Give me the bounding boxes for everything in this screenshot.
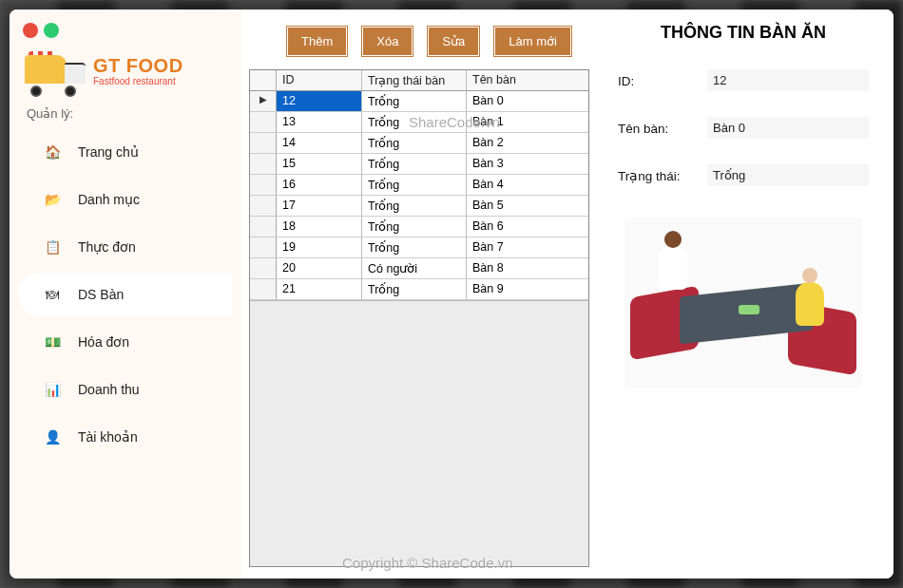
cell-name[interactable]: Bàn 4 (467, 175, 588, 196)
col-status[interactable]: Trạng thái bàn (362, 70, 467, 91)
cell-id[interactable]: 16 (277, 175, 362, 196)
row-indicator (250, 258, 277, 279)
toolbar: Thêm Xóa Sửa Làm mới (249, 21, 593, 69)
sidebar-item-label: DS Bàn (78, 287, 124, 302)
cell-name[interactable]: Bàn 2 (467, 133, 588, 154)
table-row[interactable]: 19TrốngBàn 7 (250, 237, 588, 258)
row-indicator (250, 217, 277, 237)
cell-id[interactable]: 17 (277, 196, 362, 217)
brand-subtitle: Fastfood restaurant (93, 77, 183, 86)
cell-id[interactable]: 13 (277, 112, 362, 133)
sidebar-item-icon: 👤 (44, 428, 61, 446)
cell-status[interactable]: Trống (362, 154, 467, 175)
content-area: Thêm Xóa Sửa Làm mới ID Trạng thái bàn T… (241, 9, 893, 579)
sidebar-item-label: Danh mục (78, 192, 140, 207)
sidebar-item-2[interactable]: 📋Thực đơn (19, 225, 232, 269)
sidebar-item-4[interactable]: 💵Hóa đơn (19, 320, 232, 364)
grid-header: ID Trạng thái bàn Tên bàn (250, 70, 588, 91)
cell-id[interactable]: 20 (277, 258, 362, 279)
cell-id[interactable]: 12 (277, 91, 362, 112)
detail-panel: THÔNG TIN BÀN ĂN ID: Tên bàn: Trạng thái… (593, 9, 893, 579)
cell-status[interactable]: Trống (362, 133, 467, 154)
status-field[interactable] (707, 164, 869, 187)
minimize-icon[interactable] (44, 23, 59, 38)
cell-status[interactable]: Có người (362, 258, 467, 279)
table-row[interactable]: 18TrốngBàn 6 (250, 217, 588, 237)
sidebar-item-label: Trang chủ (78, 144, 139, 160)
sidebar-item-6[interactable]: 👤Tài khoản (19, 415, 232, 459)
row-indicator (250, 196, 277, 217)
delete-button[interactable]: Xóa (362, 27, 413, 56)
cell-status[interactable]: Trống (362, 112, 467, 133)
close-icon[interactable] (23, 23, 38, 38)
table-row[interactable]: 15TrốngBàn 3 (250, 154, 588, 175)
sidebar-section-label: Quản lý: (19, 101, 241, 130)
id-label: ID: (618, 74, 698, 88)
sidebar-item-5[interactable]: 📊Doanh thu (19, 368, 232, 411)
cell-name[interactable]: Bàn 5 (467, 196, 588, 217)
sidebar-item-3[interactable]: 🍽DS Bàn (19, 273, 232, 316)
col-name[interactable]: Tên bàn (467, 70, 588, 91)
brand-logo: GT FOOD Fastfood restaurant (19, 46, 241, 101)
foodtruck-icon (25, 49, 86, 93)
app-window: GT FOOD Fastfood restaurant Quản lý: 🏠Tr… (10, 9, 893, 579)
brand-title: GT FOOD (93, 56, 183, 75)
cell-status[interactable]: Trống (362, 279, 467, 300)
edit-button[interactable]: Sửa (428, 27, 479, 56)
name-field[interactable] (707, 117, 869, 140)
sidebar-item-icon: 🏠 (44, 143, 61, 161)
table-row[interactable]: 20Có ngườiBàn 8 (250, 258, 588, 279)
table-row[interactable]: 13TrốngBàn 1 (250, 112, 588, 133)
cell-name[interactable]: Bàn 3 (467, 154, 588, 175)
table-row[interactable]: 16TrốngBàn 4 (250, 175, 588, 196)
sidebar-item-label: Thực đơn (78, 239, 136, 255)
cell-status[interactable]: Trống (362, 175, 467, 196)
row-indicator (250, 175, 277, 196)
col-id[interactable]: ID (277, 70, 362, 91)
row-indicator (250, 237, 277, 258)
cell-name[interactable]: Bàn 7 (467, 237, 588, 258)
cell-id[interactable]: 21 (277, 279, 362, 300)
cell-status[interactable]: Trống (362, 217, 467, 237)
cell-id[interactable]: 18 (277, 217, 362, 237)
cell-status[interactable]: Trống (362, 196, 467, 217)
sidebar-item-icon: 📋 (44, 238, 61, 256)
sidebar-item-label: Tài khoản (78, 429, 138, 445)
dining-illustration (624, 218, 862, 389)
table-row[interactable]: 21TrốngBàn 9 (250, 279, 588, 300)
id-field[interactable] (707, 69, 869, 92)
grid-empty-area (250, 300, 588, 566)
status-label: Trạng thái: (618, 168, 698, 183)
detail-title: THÔNG TIN BÀN ĂN (618, 23, 869, 43)
sidebar-item-icon: 🍽 (44, 286, 61, 303)
table-row[interactable]: 17TrốngBàn 5 (250, 196, 588, 217)
cell-id[interactable]: 19 (277, 237, 362, 258)
table-row[interactable]: ▶12TrốngBàn 0 (250, 91, 588, 112)
row-indicator (250, 279, 277, 300)
cell-name[interactable]: Bàn 6 (467, 217, 588, 237)
sidebar-item-icon: 💵 (44, 333, 61, 351)
cell-status[interactable]: Trống (362, 91, 467, 112)
cell-status[interactable]: Trống (362, 237, 467, 258)
cell-id[interactable]: 14 (277, 133, 362, 154)
table-row[interactable]: 14TrốngBàn 2 (250, 133, 588, 154)
sidebar-item-label: Doanh thu (78, 382, 140, 397)
sidebar: GT FOOD Fastfood restaurant Quản lý: 🏠Tr… (10, 9, 241, 579)
row-indicator (250, 154, 277, 175)
table-panel: Thêm Xóa Sửa Làm mới ID Trạng thái bàn T… (241, 9, 593, 579)
cell-name[interactable]: Bàn 1 (467, 112, 588, 133)
add-button[interactable]: Thêm (287, 27, 347, 56)
sidebar-item-0[interactable]: 🏠Trang chủ (19, 130, 232, 174)
row-indicator: ▶ (250, 91, 277, 112)
sidebar-item-1[interactable]: 📂Danh mục (19, 178, 232, 221)
cell-name[interactable]: Bàn 8 (467, 258, 588, 279)
sidebar-item-label: Hóa đơn (78, 334, 129, 350)
refresh-button[interactable]: Làm mới (494, 27, 571, 56)
tables-grid[interactable]: ID Trạng thái bàn Tên bàn ▶12TrốngBàn 01… (249, 69, 589, 567)
window-controls (19, 19, 241, 46)
cell-name[interactable]: Bàn 0 (467, 91, 588, 112)
cell-name[interactable]: Bàn 9 (467, 279, 588, 300)
sidebar-nav: 🏠Trang chủ📂Danh mục📋Thực đơn🍽DS Bàn💵Hóa … (19, 130, 241, 459)
row-indicator (250, 112, 277, 133)
cell-id[interactable]: 15 (277, 154, 362, 175)
